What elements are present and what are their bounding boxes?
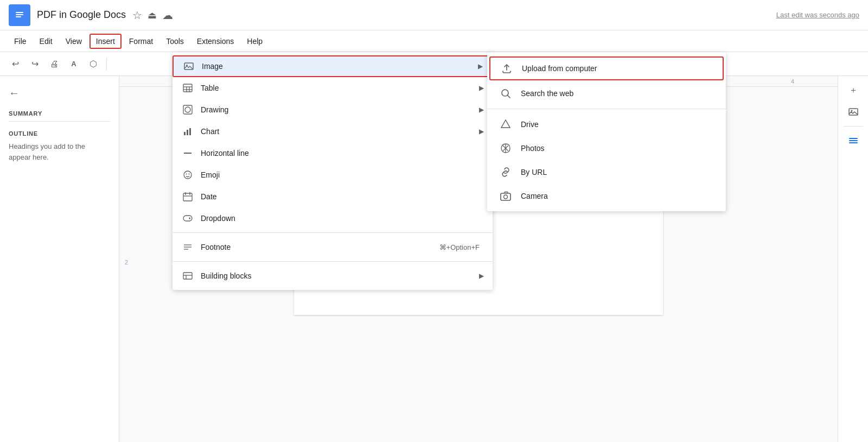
arrow-chart: ▶: [479, 128, 484, 135]
insert-menu-item-horizontal_line[interactable]: Horizontal line: [173, 142, 493, 164]
svg-rect-4: [849, 109, 858, 115]
camera-sub-icon: [498, 188, 513, 204]
sidebar: ← SUMMARY OUTLINE Headings you add to th…: [0, 76, 119, 442]
date-icon: [181, 190, 194, 203]
svg-rect-2: [16, 14, 23, 15]
svg-rect-8: [849, 142, 858, 143]
add-button[interactable]: ＋: [844, 80, 863, 100]
upload-sub-icon: [499, 61, 514, 76]
menu-icon[interactable]: [844, 131, 863, 150]
image-submenu-label-photos: Photos: [521, 144, 545, 153]
folder-icon[interactable]: ⏏: [148, 9, 157, 21]
image-submenu-label-by_url: By URL: [521, 168, 547, 176]
arrow-image: ▶: [478, 62, 483, 70]
insert-menu-item-image[interactable]: Image▶: [173, 55, 493, 77]
insert-menu: Image▶Table▶Drawing▶Chart▶Horizontal lin…: [173, 52, 493, 290]
image-submenu-label-search_web: Search the web: [521, 89, 573, 98]
insert-menu-item-emoji[interactable]: Emoji: [173, 164, 493, 186]
insert-menu-item-chart[interactable]: Chart▶: [173, 121, 493, 142]
sidebar-back-button[interactable]: ←: [9, 87, 110, 99]
svg-rect-7: [849, 140, 858, 141]
sidebar-outline-text: Headings you add to theappear here.: [9, 141, 110, 162]
table-icon: [181, 81, 194, 94]
toolbar-divider: [106, 58, 107, 71]
menu-item-tools[interactable]: Tools: [161, 35, 189, 48]
insert-menu-item-footnote[interactable]: Footnote⌘+Option+F: [173, 236, 493, 258]
menu-item-insert[interactable]: Insert: [90, 34, 122, 49]
insert-menu-item-label-table: Table: [201, 84, 479, 92]
image-submenu-label-camera: Camera: [521, 192, 548, 200]
insert-menu-item-drawing[interactable]: Drawing▶: [173, 99, 493, 121]
insert-menu-item-date[interactable]: Date: [173, 186, 493, 207]
image-submenu-item-upload[interactable]: Upload from computer: [489, 56, 724, 80]
svg-point-24: [189, 174, 190, 175]
svg-point-17: [185, 107, 190, 112]
insert-menu-item-label-date: Date: [201, 192, 484, 201]
svg-rect-38: [501, 193, 510, 200]
insert-menu-item-label-dropdown: Dropdown: [201, 214, 484, 223]
image-submenu-item-camera[interactable]: Camera: [487, 184, 726, 208]
by_url-sub-icon: [498, 165, 513, 180]
page-number: 2: [125, 259, 128, 266]
insert-menu-item-label-building_blocks: Building blocks: [201, 271, 479, 280]
image-submenu-label-upload: Upload from computer: [522, 64, 597, 73]
svg-rect-29: [183, 216, 192, 221]
svg-point-23: [186, 174, 187, 175]
image-submenu-item-drive[interactable]: Drive: [487, 112, 726, 136]
menu-item-help[interactable]: Help: [241, 35, 268, 48]
undo-button[interactable]: ↩: [7, 55, 24, 73]
dropdown-icon: [181, 212, 194, 225]
svg-rect-3: [16, 16, 21, 17]
menu-item-edit[interactable]: Edit: [34, 35, 58, 48]
svg-rect-18: [184, 132, 186, 135]
redo-button[interactable]: ↪: [26, 55, 43, 73]
image-submenu-item-search_web[interactable]: Search the web: [487, 81, 726, 105]
arrow-drawing: ▶: [479, 106, 484, 113]
horizontal_line-icon: [181, 147, 194, 160]
spell-check-button[interactable]: A: [65, 55, 82, 73]
menu-divider-building: [173, 261, 493, 262]
insert-menu-item-label-emoji: Emoji: [201, 171, 484, 179]
image-icon: [182, 60, 195, 73]
svg-rect-11: [183, 84, 192, 92]
photos-sub-icon: [498, 141, 513, 156]
menu-item-format[interactable]: Format: [124, 35, 158, 48]
paint-format-button[interactable]: ⬡: [85, 55, 102, 73]
image-submenu-item-by_url[interactable]: By URL: [487, 160, 726, 184]
image-submenu-item-photos[interactable]: Photos: [487, 136, 726, 160]
insert-menu-item-label-chart: Chart: [201, 127, 479, 136]
image-submenu: Upload from computerSearch the webDriveP…: [487, 52, 726, 211]
print-button[interactable]: 🖨: [46, 55, 63, 73]
menu-item-view[interactable]: View: [60, 35, 87, 48]
menu-bar: FileEditViewInsertFormatToolsExtensionsH…: [0, 30, 868, 52]
image-submenu-label-drive: Drive: [521, 120, 539, 129]
menu-item-extensions[interactable]: Extensions: [192, 35, 239, 48]
search_web-sub-icon: [498, 86, 513, 101]
sidebar-summary-label: SUMMARY: [9, 110, 110, 117]
sub-divider: [487, 109, 726, 109]
drawing-icon: [181, 103, 194, 116]
insert-menu-item-label-drawing: Drawing: [201, 105, 479, 114]
document-title: PDF in Google Docs: [37, 9, 126, 21]
insert-menu-item-table[interactable]: Table▶: [173, 77, 493, 99]
image-button[interactable]: [844, 102, 863, 122]
svg-rect-25: [183, 193, 192, 201]
insert-menu-item-building_blocks[interactable]: Building blocks▶: [173, 265, 493, 287]
svg-point-22: [184, 171, 192, 179]
star-icon[interactable]: ☆: [132, 9, 142, 22]
svg-rect-20: [189, 128, 191, 135]
insert-menu-item-label-footnote: Footnote: [201, 243, 439, 251]
sidebar-outline-label: OUTLINE: [9, 130, 110, 137]
building_blocks-icon: [181, 269, 194, 282]
menu-item-file[interactable]: File: [9, 35, 32, 48]
svg-point-39: [504, 195, 508, 199]
insert-menu-item-dropdown[interactable]: Dropdown: [173, 207, 493, 229]
last-edit-label: Last edit was seconds ago: [776, 11, 859, 19]
svg-point-36: [502, 90, 508, 96]
sidebar-divider: [9, 121, 110, 122]
cloud-icon[interactable]: ☁: [162, 9, 173, 22]
arrow-table: ▶: [479, 84, 484, 92]
right-toolbar: ＋: [838, 76, 868, 442]
drive-sub-icon: [498, 117, 513, 132]
footnote-icon: [181, 241, 194, 254]
